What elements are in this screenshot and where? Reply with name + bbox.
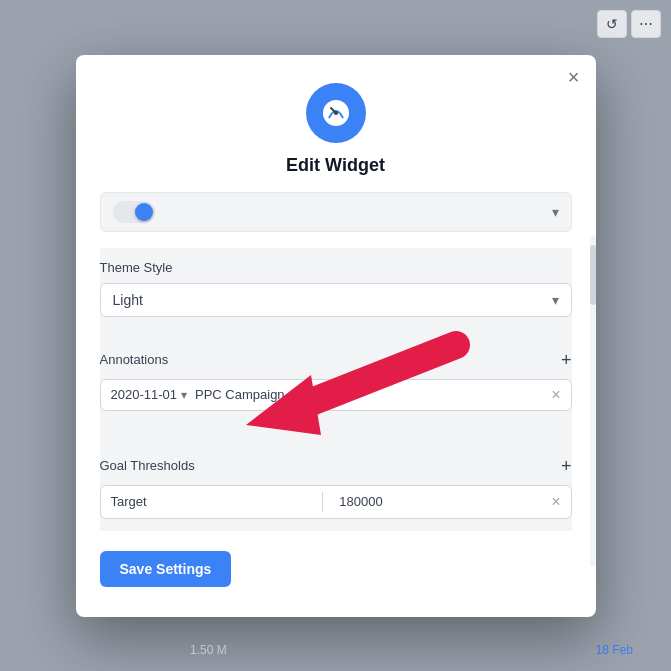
modal-header: Edit Widget <box>76 55 596 192</box>
annotations-add-button[interactable]: + <box>561 351 572 369</box>
annotations-header: Annotations + <box>100 341 572 379</box>
gauge-icon <box>321 98 351 128</box>
toggle-track <box>113 201 155 223</box>
close-button[interactable]: × <box>568 67 580 87</box>
annotation-remove-button[interactable]: × <box>551 386 560 404</box>
scroll-thumb <box>590 245 596 305</box>
svg-point-2 <box>334 111 338 115</box>
modal-title: Edit Widget <box>286 155 385 176</box>
goal-thresholds-label: Goal Thresholds <box>100 458 195 473</box>
threshold-label: Target <box>111 494 315 509</box>
save-settings-button[interactable]: Save Settings <box>100 551 232 587</box>
annotations-section: Annotations + 2020-11-01 ▾ PPC Campaign … <box>100 329 572 435</box>
modal: × Edit Widget ▾ <box>76 55 596 617</box>
goals-header: Goal Thresholds + <box>100 447 572 485</box>
threshold-divider <box>322 492 323 512</box>
threshold-row: Target 180000 × <box>100 485 572 519</box>
theme-chevron-icon: ▾ <box>552 292 559 308</box>
threshold-value: 180000 <box>331 494 543 509</box>
modal-overlay: × Edit Widget ▾ <box>0 0 671 671</box>
theme-style-select[interactable]: Light ▾ <box>100 283 572 317</box>
goals-section: Goal Thresholds + Target 180000 × <box>100 435 572 531</box>
modal-body: ▾ Theme Style Light ▾ Annotations + 2020 <box>76 192 596 531</box>
toggle-chevron-icon: ▾ <box>552 204 559 220</box>
threshold-remove-button[interactable]: × <box>551 493 560 511</box>
theme-section: Theme Style Light ▾ <box>100 248 572 329</box>
goal-add-button[interactable]: + <box>561 457 572 475</box>
toggle-row[interactable]: ▾ <box>100 192 572 232</box>
annotation-text: PPC Campaign <box>195 387 543 402</box>
toggle-switch[interactable] <box>113 201 155 223</box>
annotation-date: 2020-11-01 <box>111 387 178 402</box>
annotations-label: Annotations <box>100 352 169 367</box>
annotation-row: 2020-11-01 ▾ PPC Campaign × <box>100 379 572 411</box>
toggle-thumb <box>135 203 153 221</box>
widget-icon <box>306 83 366 143</box>
scrollbar[interactable] <box>590 235 596 567</box>
annotation-date-select[interactable]: 2020-11-01 ▾ <box>111 387 188 402</box>
theme-style-value: Light <box>113 292 143 308</box>
date-chevron-icon: ▾ <box>181 388 187 402</box>
theme-style-label: Theme Style <box>100 260 572 275</box>
